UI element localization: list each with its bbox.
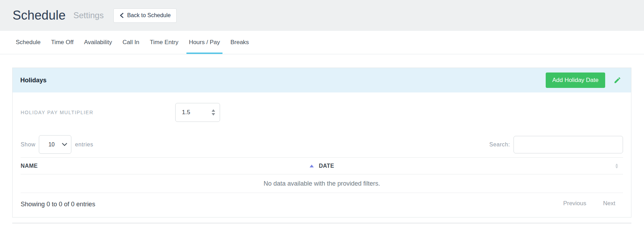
pagination-previous[interactable]: Previous bbox=[563, 200, 586, 207]
holidays-panel: Holidays Add Holiday Date HOLIDAY PAY MU… bbox=[12, 68, 631, 217]
empty-table-message: No data available with the provided filt… bbox=[21, 174, 623, 193]
number-stepper-icon[interactable] bbox=[212, 109, 215, 116]
holidays-panel-body: HOLIDAY PAY MULTIPLIER Show 10 bbox=[13, 92, 631, 217]
page-size-select-wrap: 10 bbox=[39, 135, 71, 154]
column-header-name[interactable]: NAME bbox=[21, 163, 319, 169]
tab-availability[interactable]: Availability bbox=[82, 31, 114, 54]
multiplier-row: HOLIDAY PAY MULTIPLIER bbox=[21, 92, 623, 122]
holidays-panel-header: Holidays Add Holiday Date bbox=[13, 68, 631, 92]
edit-pencil-icon[interactable] bbox=[614, 76, 621, 84]
search-control: Search: bbox=[489, 136, 623, 153]
table-footer: Showing 0 to 0 of 0 entries Previous Nex… bbox=[21, 193, 623, 217]
tab-time-off[interactable]: Time Off bbox=[49, 31, 76, 54]
pagination: Previous Next bbox=[563, 200, 623, 207]
page-size-control: Show 10 entries bbox=[21, 135, 93, 154]
sort-ascending-icon bbox=[310, 165, 314, 167]
tab-schedule[interactable]: Schedule bbox=[13, 31, 43, 54]
step-up-icon[interactable] bbox=[212, 109, 215, 112]
add-holiday-date-button[interactable]: Add Holiday Date bbox=[546, 72, 605, 88]
page-title: Schedule bbox=[13, 8, 66, 23]
pagination-next[interactable]: Next bbox=[603, 200, 615, 207]
entries-label: entries bbox=[75, 141, 93, 148]
step-down-icon[interactable] bbox=[212, 113, 215, 116]
entries-summary: Showing 0 to 0 of 0 entries bbox=[21, 200, 95, 208]
tab-call-in[interactable]: Call In bbox=[120, 31, 142, 54]
section-divider bbox=[12, 223, 631, 223]
table-controls-row: Show 10 entries Search: bbox=[21, 135, 623, 154]
table-header-row: NAME DATE bbox=[21, 157, 623, 174]
holiday-pay-multiplier-field bbox=[175, 103, 220, 122]
settings-content: Holidays Add Holiday Date HOLIDAY PAY MU… bbox=[0, 54, 644, 223]
back-button-label: Back to Schedule bbox=[127, 12, 171, 19]
page-subtitle: Settings bbox=[73, 11, 104, 20]
chevron-left-icon bbox=[119, 13, 124, 18]
column-label-name: NAME bbox=[21, 163, 38, 169]
holiday-pay-multiplier-label: HOLIDAY PAY MULTIPLIER bbox=[21, 110, 175, 115]
show-label: Show bbox=[21, 141, 35, 148]
sort-unsorted-icon bbox=[615, 164, 618, 168]
search-label: Search: bbox=[489, 141, 510, 148]
column-header-date[interactable]: DATE bbox=[319, 163, 623, 169]
tab-hours-pay[interactable]: Hours / Pay bbox=[186, 31, 222, 54]
column-label-date: DATE bbox=[319, 163, 334, 169]
panel-title: Holidays bbox=[20, 77, 47, 84]
page-size-select[interactable]: 10 bbox=[39, 135, 71, 154]
back-to-schedule-button[interactable]: Back to Schedule bbox=[113, 8, 177, 23]
holidays-table: NAME DATE No data available with the pro… bbox=[21, 157, 623, 217]
settings-tabbar: Schedule Time Off Availability Call In T… bbox=[0, 31, 644, 54]
tab-breaks[interactable]: Breaks bbox=[228, 31, 252, 54]
panel-actions: Add Holiday Date bbox=[546, 72, 623, 88]
tab-time-entry[interactable]: Time Entry bbox=[147, 31, 181, 54]
search-input[interactable] bbox=[514, 136, 623, 153]
page-header: Schedule Settings Back to Schedule bbox=[0, 0, 644, 31]
